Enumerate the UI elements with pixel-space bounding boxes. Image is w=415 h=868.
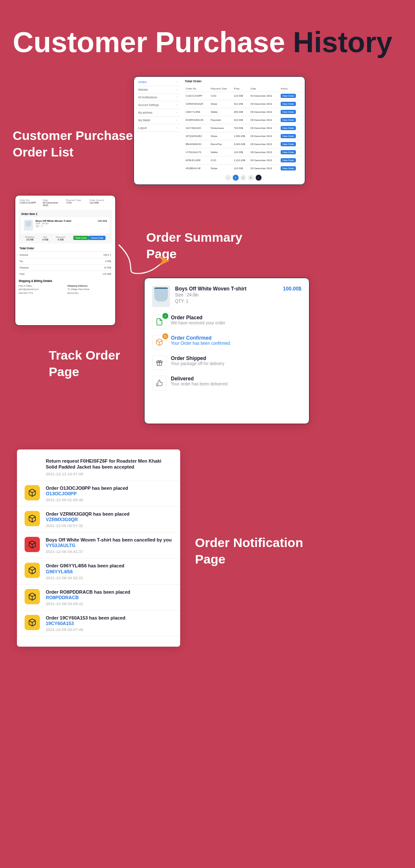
notification-item[interactable]: Return request F0HEISFZ6F for Roadster M… bbox=[17, 454, 180, 481]
step-subtitle: Your package off for delivery bbox=[171, 361, 224, 366]
view-order-button[interactable]: View Order bbox=[281, 118, 295, 122]
page-title: Customer Purchase History bbox=[0, 0, 415, 75]
notification-link[interactable]: O13OCJO0PP bbox=[46, 491, 173, 496]
notification-link[interactable]: 19CY60A153 bbox=[46, 621, 173, 626]
fees: Shipping:10.00$Tax:0.00$Discount:0.00$Tr… bbox=[21, 236, 109, 241]
notification-item[interactable]: Order 19CY60A153 has been placed19CY60A1… bbox=[17, 611, 180, 636]
view-order-button[interactable]: View Order bbox=[281, 166, 295, 170]
notification-link[interactable]: VY53JAULTG bbox=[46, 543, 173, 548]
cell: Stripe bbox=[210, 100, 233, 108]
chevron-right-icon: › bbox=[176, 126, 177, 129]
notification-item[interactable]: Order O13OCJO0PP has been placedO13OCJO0… bbox=[17, 481, 180, 507]
notification-title: Order O13OCJO0PP has been placed bbox=[46, 485, 173, 491]
billing-left: Paul K Stiles,john@yopmail.com,240-231-7… bbox=[19, 284, 63, 295]
cell: 08 December 2021 bbox=[250, 116, 280, 124]
cell: 720.50$ bbox=[233, 124, 250, 132]
column-header: Payment Type bbox=[210, 86, 233, 92]
page-button[interactable]: 1 bbox=[233, 175, 239, 181]
step-subtitle: Your Order has been confirmed. bbox=[171, 341, 231, 346]
sidebar-item[interactable]: Wishlist› bbox=[136, 86, 180, 94]
notification-link[interactable]: RO8PDDRACB bbox=[46, 595, 173, 600]
notification-item[interactable]: Order G96YYL4I56 has been placedG96YYL4I… bbox=[17, 558, 180, 584]
title-white: Customer Purchase bbox=[13, 26, 293, 58]
view-order-button[interactable]: View Order bbox=[281, 158, 295, 162]
view-order-button[interactable]: View Order bbox=[281, 126, 295, 130]
chevron-right-icon: › bbox=[176, 119, 177, 122]
sidebar-item[interactable]: My address› bbox=[136, 109, 180, 117]
head-value: COD bbox=[66, 201, 88, 204]
notification-item[interactable]: Boys Off White Woven T-shirt has been ca… bbox=[17, 533, 180, 558]
sidebar-item[interactable]: All Notifications› bbox=[136, 94, 180, 101]
column-header: Action bbox=[280, 86, 301, 92]
total-row: Subtotal100.0 1 bbox=[19, 251, 112, 258]
timeline: ✓Order PlacedWe have received your order… bbox=[152, 315, 301, 390]
timeline-step: DeliveredYour order has been delivered bbox=[152, 376, 301, 390]
product-price: 100.00$ bbox=[97, 220, 107, 222]
cell: 8BHKMIWIJD bbox=[185, 140, 210, 148]
fee-value: 10.00$ bbox=[25, 238, 35, 241]
table-row: 4018BJAC4FStripe110.00$09 December 2021V… bbox=[185, 165, 301, 173]
notification-title: Order 19CY60A153 has been placed bbox=[46, 615, 173, 621]
sidebar-item[interactable]: Account Settings› bbox=[136, 101, 180, 109]
product-info: Boys Off White Woven T-shirt Size : 24.0… bbox=[36, 220, 97, 227]
notification-title: Return request F0HEISFZ6F for Roadster M… bbox=[46, 458, 173, 470]
view-order-button[interactable]: View Order bbox=[281, 110, 295, 114]
title-dark: History bbox=[293, 26, 392, 58]
cell: 09 December 2021 bbox=[250, 156, 280, 165]
timeline-step: Order ShippedYour package off for delive… bbox=[152, 355, 301, 370]
view-order-button[interactable]: View Order bbox=[281, 94, 295, 98]
column-header: Price bbox=[233, 86, 250, 92]
track-price: 100.00$ bbox=[283, 286, 301, 292]
sidebar-label: My Wallet bbox=[138, 119, 150, 122]
total-label: Shipping bbox=[19, 266, 28, 269]
page-button[interactable]: 3 bbox=[248, 175, 254, 181]
view-order-button[interactable]: View Order bbox=[281, 134, 295, 138]
timeline-step: ↻Order ConfirmedYour Order has been conf… bbox=[152, 335, 301, 349]
notification-title: Order RO8PDDRACB has been placed bbox=[46, 589, 173, 595]
sidebar-label: Wishlist bbox=[138, 88, 148, 91]
notification-item[interactable]: Order VZRMX3G0QR has been placedVZRMX3G0… bbox=[17, 507, 180, 533]
page-next-button[interactable]: › bbox=[256, 175, 262, 181]
cell: 08 December 2021 bbox=[250, 108, 280, 116]
view-order-button[interactable]: View Order bbox=[281, 150, 295, 154]
page-button[interactable]: 2 bbox=[240, 175, 246, 181]
arrow-connector bbox=[114, 240, 174, 280]
box-icon bbox=[25, 537, 40, 552]
total-row: Total110.00$ bbox=[19, 271, 112, 277]
table-row: W7Q9XNIUBJStripe1,500.20$08 December 202… bbox=[185, 132, 301, 140]
cell: RazorPay bbox=[210, 140, 233, 148]
billing-right: Shipping Address: 71 Village View Drive,… bbox=[67, 284, 112, 295]
box-icon bbox=[25, 485, 40, 500]
billing-line: john@yopmail.com, bbox=[19, 287, 63, 291]
sidebar-item[interactable]: Logout› bbox=[136, 124, 180, 132]
billing-line: Paul K Stiles, bbox=[19, 284, 63, 287]
column-header: Order No. bbox=[185, 86, 210, 92]
step-title: Order Placed bbox=[171, 315, 225, 321]
table-row: VY53JAULTGWallet110.00$08 December 2021V… bbox=[185, 148, 301, 156]
cell: 1,500.20$ bbox=[233, 132, 250, 140]
chevron-right-icon: › bbox=[176, 88, 177, 91]
cell: 110.00$ bbox=[233, 148, 250, 156]
sidebar-label: All Notifications bbox=[138, 96, 157, 99]
notification-body: Order VZRMX3G0QR has been placedVZRMX3G0… bbox=[46, 511, 173, 528]
sidebar-label: Orders bbox=[138, 81, 147, 84]
cancel-order-button[interactable]: Cancel Order bbox=[89, 236, 106, 240]
sidebar-item[interactable]: Orders› bbox=[136, 78, 180, 86]
cell: 412.25$ bbox=[233, 100, 250, 108]
order-item-title: Order Item 1 bbox=[21, 212, 109, 215]
notification-link[interactable]: VZRMX3G0QR bbox=[46, 517, 173, 522]
notification-item[interactable]: Order RO8PDDRACB has been placedRO8PDDRA… bbox=[17, 585, 180, 611]
notification-link[interactable]: G96YYL4I56 bbox=[46, 569, 173, 574]
step-icon: ↻ bbox=[152, 335, 167, 349]
notification-title: Order G96YYL4I56 has been placed bbox=[46, 563, 173, 569]
notification-time: 2021-12-08 04:08:41 bbox=[46, 601, 173, 606]
track-order-button[interactable]: Track Order bbox=[73, 236, 89, 240]
cell: 08 December 2021 bbox=[250, 124, 280, 132]
page-prev-button[interactable]: ‹ bbox=[225, 175, 231, 181]
view-order-button[interactable]: View Order bbox=[281, 102, 295, 106]
sidebar-label: Logout bbox=[138, 126, 147, 129]
sidebar-item[interactable]: My Wallet› bbox=[136, 117, 180, 124]
track-size: Size : 24.0in bbox=[175, 292, 283, 298]
view-order-button[interactable]: View Order bbox=[281, 142, 295, 146]
cell: RO8PDDRACB bbox=[185, 116, 210, 124]
